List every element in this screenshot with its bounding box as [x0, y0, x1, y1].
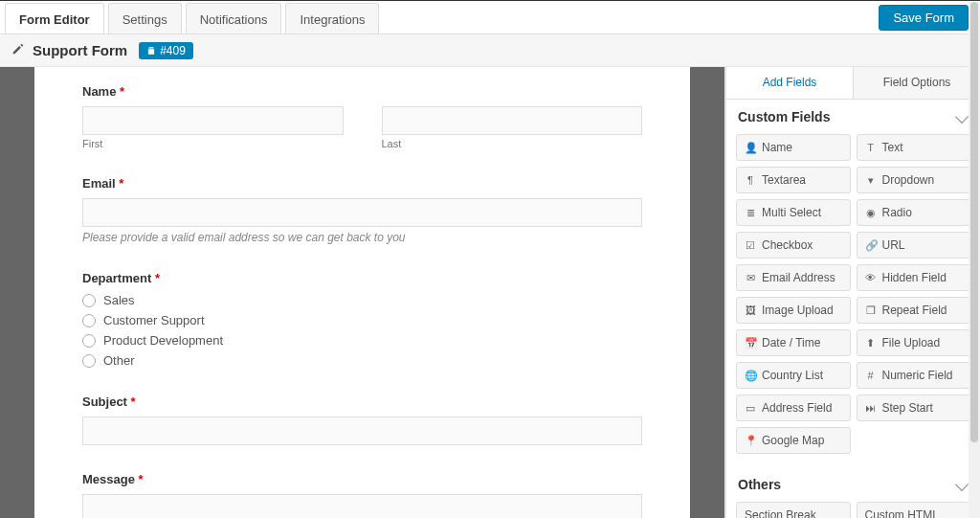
- caret-down-icon: ▾: [865, 174, 877, 187]
- chevron-down-icon: [955, 478, 969, 491]
- chevron-down-icon: [955, 110, 969, 124]
- field-btn-numeric[interactable]: #Numeric Field: [857, 362, 971, 389]
- save-form-button[interactable]: Save Form: [879, 5, 969, 31]
- last-name-input[interactable]: [382, 106, 643, 135]
- field-subject[interactable]: Subject *: [82, 394, 642, 445]
- paragraph-icon: ¶: [745, 174, 756, 186]
- clone-icon: ❐: [865, 304, 877, 317]
- top-tab-bar: Form Editor Settings Notifications Integ…: [0, 1, 980, 34]
- tab-form-editor[interactable]: Form Editor: [5, 3, 104, 34]
- sidebar-tab-field-options[interactable]: Field Options: [854, 67, 980, 99]
- pencil-icon: [11, 42, 25, 58]
- link-icon: 🔗: [865, 239, 877, 252]
- field-btn-name[interactable]: 👤Name: [736, 134, 851, 161]
- panel-custom-fields[interactable]: Custom Fields: [726, 100, 980, 134]
- radio-option-customer-support[interactable]: Customer Support: [82, 313, 642, 327]
- field-btn-country[interactable]: 🌐Country List: [736, 362, 851, 389]
- email-help-text: Please provide a valid email address so …: [82, 231, 642, 244]
- window-scrollbar[interactable]: [969, 2, 980, 518]
- copy-icon: [146, 46, 156, 56]
- radio-option-other[interactable]: Other: [82, 353, 642, 368]
- field-btn-image-upload[interactable]: 🖼Image Upload: [736, 297, 851, 324]
- upload-icon: ⬆: [865, 337, 877, 349]
- field-btn-step-start[interactable]: ⏭Step Start: [857, 394, 971, 421]
- subject-input[interactable]: [82, 417, 642, 445]
- field-btn-checkbox[interactable]: ☑Checkbox: [736, 232, 851, 259]
- radio-option-product-development[interactable]: Product Development: [82, 333, 642, 348]
- form-id-badge[interactable]: #409: [139, 42, 193, 59]
- field-btn-datetime[interactable]: 📅Date / Time: [736, 329, 851, 356]
- tab-settings[interactable]: Settings: [108, 3, 182, 34]
- dot-circle-icon: ◉: [865, 207, 877, 219]
- left-gutter: [0, 67, 34, 518]
- globe-icon: 🌐: [745, 370, 756, 382]
- panel-others[interactable]: Others: [726, 467, 980, 502]
- field-btn-google-map[interactable]: 📍Google Map: [736, 427, 851, 454]
- last-sublabel: Last: [382, 138, 643, 149]
- field-email[interactable]: Email * Please provide a valid email add…: [82, 176, 642, 244]
- field-btn-custom-html[interactable]: Custom HTML: [857, 502, 971, 518]
- field-btn-repeat[interactable]: ❐Repeat Field: [857, 297, 971, 324]
- step-forward-icon: ⏭: [865, 402, 877, 414]
- form-title-bar: Support Form #409: [0, 34, 980, 67]
- others-title: Others: [738, 477, 781, 492]
- email-label: Email *: [82, 176, 642, 191]
- field-btn-file-upload[interactable]: ⬆File Upload: [857, 329, 971, 356]
- user-icon: 👤: [745, 142, 756, 154]
- field-btn-email[interactable]: ✉Email Address: [736, 264, 851, 291]
- field-btn-textarea[interactable]: ¶Textarea: [736, 167, 851, 193]
- map-marker-icon: 📍: [745, 435, 756, 447]
- message-label: Message *: [82, 472, 642, 486]
- text-icon: T: [865, 142, 877, 153]
- department-label: Department *: [82, 271, 642, 285]
- custom-fields-title: Custom Fields: [738, 109, 830, 124]
- field-btn-section-break[interactable]: Section Break: [736, 502, 851, 518]
- sidebar-tab-bar: Add Fields Field Options: [726, 67, 980, 100]
- field-btn-text[interactable]: TText: [857, 134, 971, 161]
- scrollbar-thumb[interactable]: [970, 2, 978, 442]
- form-id-label: #409: [160, 44, 186, 57]
- field-btn-url[interactable]: 🔗URL: [857, 232, 971, 259]
- first-name-input[interactable]: [82, 106, 344, 135]
- subject-label: Subject *: [82, 394, 642, 409]
- tab-integrations[interactable]: Integrations: [285, 3, 379, 34]
- address-card-icon: ▭: [745, 402, 756, 415]
- email-input[interactable]: [82, 198, 642, 227]
- field-btn-hidden[interactable]: 👁Hidden Field: [857, 264, 971, 291]
- field-message[interactable]: Message *: [82, 472, 642, 518]
- sidebar: Add Fields Field Options Custom Fields 👤…: [725, 67, 980, 518]
- tab-notifications[interactable]: Notifications: [186, 3, 282, 34]
- field-btn-radio[interactable]: ◉Radio: [857, 199, 971, 226]
- envelope-icon: ✉: [745, 272, 756, 284]
- field-btn-multiselect[interactable]: ≣Multi Select: [736, 199, 851, 226]
- field-department[interactable]: Department * Sales Customer Support Prod…: [82, 271, 642, 368]
- others-grid: Section Break Custom HTML reCaptcha Shor…: [726, 502, 980, 518]
- form-canvas: Name * First Last Email *: [0, 67, 725, 518]
- image-icon: 🖼: [745, 304, 756, 316]
- check-square-icon: ☑: [745, 239, 756, 252]
- field-btn-dropdown[interactable]: ▾Dropdown: [857, 167, 971, 193]
- hashtag-icon: #: [865, 370, 877, 381]
- first-sublabel: First: [82, 138, 344, 149]
- name-label: Name *: [82, 84, 642, 99]
- right-gutter: [690, 67, 724, 518]
- message-input[interactable]: [82, 494, 642, 518]
- calendar-icon: 📅: [745, 337, 756, 349]
- field-btn-address[interactable]: ▭Address Field: [736, 394, 851, 421]
- eye-slash-icon: 👁: [865, 272, 877, 283]
- field-name[interactable]: Name * First Last: [82, 84, 642, 149]
- list-icon: ≣: [745, 207, 756, 219]
- radio-option-sales[interactable]: Sales: [82, 293, 642, 307]
- sidebar-tab-add-fields[interactable]: Add Fields: [726, 67, 854, 99]
- page-title: Support Form: [33, 42, 127, 58]
- custom-fields-grid: 👤Name TText ¶Textarea ▾Dropdown ≣Multi S…: [726, 134, 980, 467]
